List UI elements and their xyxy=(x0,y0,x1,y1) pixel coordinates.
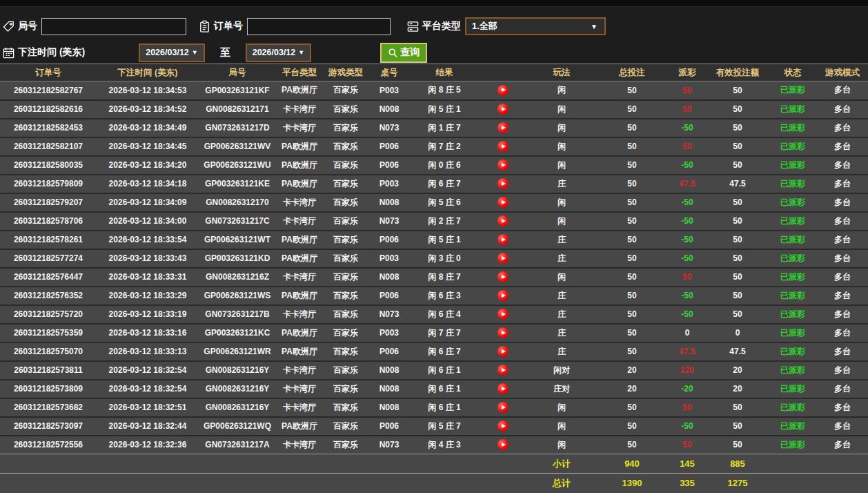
to-label: 至 xyxy=(220,46,230,59)
cell-round: GN0082631216Y xyxy=(199,380,276,398)
clipboard-icon xyxy=(198,20,211,33)
cell-round: GP006263121WT xyxy=(199,231,276,249)
cell-mode: 多台 xyxy=(817,287,868,305)
play-icon[interactable] xyxy=(497,346,509,357)
play-icon[interactable] xyxy=(497,290,509,301)
cell-game: 百家乐 xyxy=(323,342,368,361)
cell-mode: 多台 xyxy=(817,100,868,119)
cell-mode: 多台 xyxy=(817,156,868,175)
cell-table: N008 xyxy=(368,361,410,380)
cell-platform: PA欧洲厅 xyxy=(276,417,323,436)
table-row: 260312182575720 2026-03-12 18:33:19 GN07… xyxy=(0,305,868,324)
cell-platform: PA欧洲厅 xyxy=(276,287,323,305)
date-from-value: 2026/03/12 xyxy=(146,48,189,57)
col-replay xyxy=(479,64,527,81)
cell-round: GN00826312170 xyxy=(199,193,276,212)
cell-round: GP003263121KD xyxy=(199,249,276,268)
col-result: 结果 xyxy=(410,64,479,81)
play-icon[interactable] xyxy=(497,197,509,208)
cell-table: N073 xyxy=(368,436,410,454)
cell-play: 闲 xyxy=(527,81,596,100)
cell-round: GN0082631216Y xyxy=(199,361,276,380)
cell-order: 260312182580035 xyxy=(0,156,97,175)
cell-valid: 50 xyxy=(707,398,769,417)
play-icon[interactable] xyxy=(497,122,509,133)
cell-time: 2026-03-12 18:33:43 xyxy=(97,249,199,268)
col-mode: 游戏模式 xyxy=(817,64,868,81)
cell-result: 闲 6 庄 7 xyxy=(410,342,479,361)
cell-status: 已派彩 xyxy=(769,193,817,212)
cell-round: GP003263121KE xyxy=(199,175,276,193)
cell-order: 260312182577274 xyxy=(0,249,97,268)
play-icon[interactable] xyxy=(497,420,509,432)
cell-order: 260312182573811 xyxy=(0,361,97,380)
cell-payout: -50 xyxy=(668,156,707,175)
cell-payout: 50 xyxy=(668,398,707,417)
cell-platform: 卡卡湾厅 xyxy=(276,398,323,417)
cell-time: 2026-03-12 18:33:19 xyxy=(97,305,199,324)
cell-platform: PA欧洲厅 xyxy=(276,175,323,193)
play-icon[interactable] xyxy=(497,271,509,282)
play-icon[interactable] xyxy=(497,309,509,320)
cell-game: 百家乐 xyxy=(323,100,368,119)
cell-valid: 50 xyxy=(707,81,769,100)
cell-result: 闲 6 庄 7 xyxy=(410,175,479,193)
cell-play: 庄 xyxy=(527,249,596,268)
cell-valid: 50 xyxy=(707,193,769,212)
cell-order: 260312182582453 xyxy=(0,119,97,137)
cell-platform: 卡卡湾厅 xyxy=(276,361,323,380)
play-icon[interactable] xyxy=(497,327,509,338)
play-icon[interactable] xyxy=(497,215,509,226)
cell-valid: 47.5 xyxy=(707,342,769,361)
query-button[interactable]: 查询 xyxy=(380,43,427,63)
play-icon[interactable] xyxy=(497,439,509,450)
play-icon[interactable] xyxy=(497,104,509,115)
date-from-picker[interactable]: 2026/03/12 ▼ xyxy=(139,44,204,62)
col-platform: 平台类型 xyxy=(276,64,323,81)
table-row: 260312182579809 2026-03-12 18:34:18 GP00… xyxy=(0,175,868,193)
cell-bet: 50 xyxy=(596,249,668,268)
cell-platform: PA欧洲厅 xyxy=(276,81,323,100)
play-icon[interactable] xyxy=(497,365,509,376)
cell-time: 2026-03-12 18:34:45 xyxy=(97,137,199,156)
cell-mode: 多台 xyxy=(817,324,868,342)
play-icon[interactable] xyxy=(497,402,509,413)
play-icon[interactable] xyxy=(497,383,509,394)
cell-result: 闲 5 庄 7 xyxy=(410,417,479,436)
cell-payout: 50 xyxy=(668,268,707,287)
date-to-picker[interactable]: 2026/03/12 ▼ xyxy=(246,44,311,62)
cell-bet: 50 xyxy=(596,342,668,361)
play-icon[interactable] xyxy=(497,160,509,171)
cell-bet: 50 xyxy=(596,175,668,193)
cell-replay xyxy=(479,119,527,137)
table-row: 260312182577274 2026-03-12 18:33:43 GP00… xyxy=(0,249,868,268)
cell-status: 已派彩 xyxy=(769,305,817,324)
cell-status: 已派彩 xyxy=(769,417,817,436)
cell-play: 庄 xyxy=(527,175,596,193)
col-round: 局号 xyxy=(199,64,276,81)
cell-valid: 50 xyxy=(707,305,769,324)
col-bet: 总投注 xyxy=(596,64,668,81)
cell-table: P006 xyxy=(368,156,410,175)
table-row: 260312182575359 2026-03-12 18:33:16 GP00… xyxy=(0,324,868,342)
cell-table: P006 xyxy=(368,137,410,156)
table-row: 260312182573811 2026-03-12 18:32:54 GN00… xyxy=(0,361,868,380)
cell-replay xyxy=(479,436,527,454)
play-icon[interactable] xyxy=(497,85,509,96)
total-row: 总计 1390 335 1275 xyxy=(0,474,868,493)
cell-status: 已派彩 xyxy=(769,287,817,305)
cell-payout: -50 xyxy=(668,119,707,137)
cell-result: 闲 4 庄 3 xyxy=(410,436,479,454)
cell-result: 闲 5 庄 1 xyxy=(410,231,479,249)
cell-mode: 多台 xyxy=(817,231,868,249)
cell-status: 已派彩 xyxy=(769,268,817,287)
cell-mode: 多台 xyxy=(817,119,868,137)
play-icon[interactable] xyxy=(497,234,509,245)
play-icon[interactable] xyxy=(497,178,509,189)
cell-valid: 50 xyxy=(707,137,769,156)
platform-select[interactable]: 1.全部 ▼ xyxy=(465,17,606,35)
play-icon[interactable] xyxy=(497,141,509,152)
order-input[interactable] xyxy=(247,18,391,35)
round-input[interactable] xyxy=(41,18,186,35)
play-icon[interactable] xyxy=(497,253,509,264)
